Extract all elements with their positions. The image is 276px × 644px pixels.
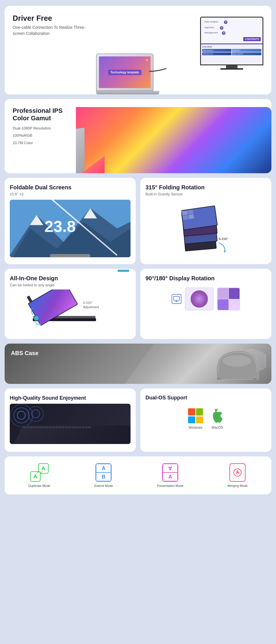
foldable-size: 15.6" ×2 xyxy=(10,192,131,196)
svg-rect-21 xyxy=(183,215,188,220)
ips-spec-3: 10.7M Color xyxy=(13,140,73,146)
presentation-mode-label: Presentation Mode xyxy=(157,484,183,487)
dualos-title: Dual-OS Support xyxy=(145,395,266,401)
foldable-rotation-row: Foldable Dual Screens 15.6" ×2 xyxy=(5,178,271,264)
allinone-rotation-row: All-In-One Design Can be folded to any a… xyxy=(5,269,271,339)
overview-label: overview xyxy=(202,45,261,48)
monitor-base xyxy=(220,68,243,70)
svg-marker-24 xyxy=(224,250,226,253)
merging-mode-item: A Merging Mode xyxy=(227,463,248,487)
modes-row: A A ↗↙ Duplicate Mode A B Extend Mode A xyxy=(7,463,269,487)
allinone-sub: Can be folded to any angle xyxy=(10,283,58,287)
monitor-icon xyxy=(172,294,181,304)
display-rot-card: 90°/180° Display Rotation xyxy=(140,269,271,339)
abs-corner-art xyxy=(214,349,260,381)
windows-icon xyxy=(188,408,203,423)
macos-label: MacOS xyxy=(212,426,223,430)
flower-art xyxy=(191,290,208,308)
extend-icon-wrap: A B xyxy=(95,463,112,482)
page-wrapper: Driver Free One-cable Connection To Real… xyxy=(0,0,276,500)
svg-point-41 xyxy=(216,408,218,410)
duplicate-mode-label: Duplicate Mode xyxy=(28,484,50,487)
svg-text:0-315°: 0-315° xyxy=(83,301,93,304)
merge-inner: A xyxy=(233,468,241,477)
rotation-sub: Built-in Gravity Sensor xyxy=(145,192,266,196)
ips-visual xyxy=(76,107,271,173)
merging-mode-label: Merging Mode xyxy=(227,484,248,487)
svg-text:0-315°: 0-315° xyxy=(219,237,228,241)
extend-mode-item: A B Extend Mode xyxy=(94,463,113,487)
fold-art: 0-315° xyxy=(145,200,266,257)
svg-point-38 xyxy=(223,355,251,367)
presentation-icon-wrap: A A xyxy=(162,463,178,482)
dot-2: ② xyxy=(220,26,223,30)
sound-art xyxy=(10,404,131,444)
contents-badge: CONTENTS xyxy=(243,37,261,41)
monitor-stand xyxy=(226,65,237,68)
portrait-screen xyxy=(185,287,214,310)
algorithm-label: Algorithm xyxy=(204,26,214,30)
svg-rect-8 xyxy=(50,254,90,257)
win-q3 xyxy=(188,416,195,424)
keyboard-art xyxy=(14,426,131,444)
hinge-icon xyxy=(118,269,131,272)
allinone-art: 0-315° Adjustment xyxy=(10,289,131,333)
ips-title: Professional IPS Color Gamut xyxy=(13,107,73,122)
color-display xyxy=(76,107,271,173)
fold-screens-svg: 0-315° xyxy=(181,203,230,254)
display-rot-title: 90°/180° Display Rotation xyxy=(145,275,266,282)
quad-1 xyxy=(218,288,229,299)
driver-free-desc: One-cable Connection To Realize Three-sc… xyxy=(13,24,93,37)
extend-mode-label: Extend Mode xyxy=(94,484,113,487)
ext-cell-b: B xyxy=(96,472,111,481)
allinone-svg: 0-315° Adjustment xyxy=(10,289,131,333)
cable-svg xyxy=(149,66,166,77)
win-q4 xyxy=(196,416,203,424)
dot-3: ③ xyxy=(222,31,225,35)
laptop-template-label: Technology template xyxy=(108,70,141,75)
svg-text:Adjustment: Adjustment xyxy=(83,305,99,309)
os-icons-row: Windows MacOS xyxy=(145,405,266,432)
svg-rect-39 xyxy=(217,378,221,380)
sound-title: High-Quality Sound Enjoyment xyxy=(10,395,131,401)
svg-rect-19 xyxy=(182,211,188,215)
mountain-svg: 23.8 xyxy=(10,200,131,257)
ov-cell-1: Data analysis xyxy=(202,49,231,52)
ips-card: Professional IPS Color Gamut Dual-1080P … xyxy=(5,99,271,173)
abs-svg xyxy=(214,349,260,381)
modes-card: A A ↗↙ Duplicate Mode A B Extend Mode A xyxy=(5,456,271,494)
allinone-title: All-In-One Design xyxy=(10,275,58,282)
rotation-card: 315° Folding Rotation Built-in Gravity S… xyxy=(140,178,271,264)
quad-screen xyxy=(217,287,240,310)
ov-cell-2: Algorithm xyxy=(232,49,261,52)
abs-card: ABS Case xyxy=(5,344,271,384)
duplicate-mode-item: A A ↗↙ Duplicate Mode xyxy=(28,463,50,487)
svg-point-30 xyxy=(34,316,39,321)
ips-spec-1: Dual-1080P Resolution xyxy=(13,125,73,132)
duplicate-icon-wrap: A A ↗↙ xyxy=(30,463,49,482)
allinone-card: All-In-One Design Can be folded to any a… xyxy=(5,269,136,339)
svg-text:23.8: 23.8 xyxy=(45,217,76,235)
foldable-title: Foldable Dual Screens xyxy=(10,184,131,191)
ov-cell-4: Data analysis xyxy=(232,52,261,55)
data-analysis-label: Data analysis xyxy=(204,20,218,24)
pres-cell-top: A xyxy=(163,464,178,472)
monitor-edge-art xyxy=(76,127,85,173)
win-q1 xyxy=(188,408,195,416)
driver-free-title: Driver Free xyxy=(13,14,93,23)
hinge-bar-2 xyxy=(118,270,129,272)
rotation-title: 315° Folding Rotation xyxy=(145,184,266,191)
svg-rect-22 xyxy=(188,214,194,219)
ips-spec-2: 100%sRGB xyxy=(13,132,73,139)
presentation-mode-item: A A Presentation Mode xyxy=(157,463,183,487)
sound-os-row: High-Quality Sound Enjoyment xyxy=(5,388,271,452)
sound-card: High-Quality Sound Enjoyment xyxy=(5,388,136,452)
driver-visual: Technology template xyxy=(93,14,263,94)
quad-4 xyxy=(229,299,240,310)
monitor-mock: Data analysis ① Algorithm ② Management ③ xyxy=(200,17,263,70)
dual-screen-art: 23.8 xyxy=(10,200,131,257)
windows-item: Windows xyxy=(188,408,203,430)
merging-icon-wrap: A xyxy=(229,463,246,482)
management-label: Management xyxy=(204,31,218,35)
svg-rect-20 xyxy=(188,210,193,214)
